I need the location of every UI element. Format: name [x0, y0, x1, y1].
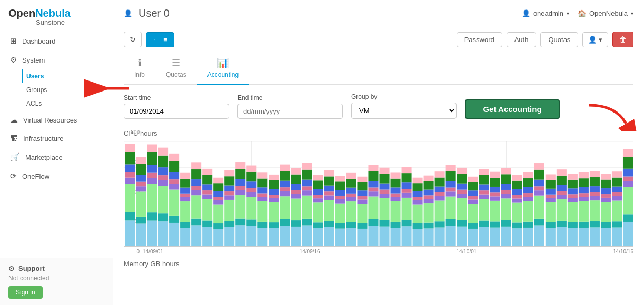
svg-rect-222	[413, 178, 423, 183]
svg-rect-166	[335, 176, 345, 182]
sidebar-item-users[interactable]: Users	[22, 69, 113, 83]
svg-rect-77	[213, 183, 223, 191]
password-button[interactable]: Password	[457, 32, 502, 47]
sidebar-item-marketplace[interactable]: 🛒 Marketplace	[0, 148, 113, 167]
svg-rect-182	[357, 177, 367, 182]
back-button[interactable]: ← ≡	[146, 32, 174, 47]
topbar-cloud[interactable]: 🏠 OpenNebula ▾	[578, 9, 633, 17]
sidebar-item-oneflow[interactable]: ⟳ OneFlow	[0, 167, 113, 186]
svg-rect-321	[557, 199, 567, 221]
svg-rect-160	[335, 223, 345, 229]
svg-rect-118	[269, 175, 279, 180]
get-accounting-button[interactable]: Get Accounting	[465, 99, 560, 119]
group-by-select[interactable]: VM User Group	[351, 103, 457, 119]
sidebar-item-dashboard[interactable]: ⊞ Dashboard	[0, 32, 113, 50]
oneflow-icon: ⟳	[10, 171, 17, 181]
topbar-right: 👤 oneadmin ▾ 🏠 OpenNebula ▾	[522, 9, 633, 17]
svg-rect-300	[523, 187, 533, 193]
svg-rect-221	[413, 183, 423, 191]
main-content: 👤 User 0 👤 oneadmin ▾ 🏠 OpenNebula ▾ ↻ ←…	[113, 0, 644, 305]
svg-rect-23	[147, 221, 157, 246]
sidebar-item-acls[interactable]: ACLs	[22, 97, 113, 110]
svg-rect-187	[368, 187, 378, 191]
sidebar-support: ⊙ Support Not connected Sign in	[0, 258, 113, 305]
svg-rect-359	[612, 228, 622, 246]
svg-rect-170	[346, 197, 356, 201]
svg-rect-66	[202, 194, 212, 199]
svg-rect-13	[125, 152, 135, 164]
svg-rect-11	[125, 172, 135, 178]
sidebar-item-system[interactable]: ⚙ System	[0, 50, 113, 69]
svg-rect-238	[435, 171, 445, 177]
svg-rect-227	[424, 195, 434, 199]
svg-rect-186	[368, 191, 378, 196]
svg-rect-89	[235, 195, 245, 219]
svg-rect-304	[534, 219, 544, 226]
svg-rect-332	[568, 188, 578, 194]
svg-rect-193	[379, 198, 389, 220]
svg-rect-149	[313, 180, 323, 189]
content-area: ℹ Info ☰ Quotas 📊 Accounting Start time …	[113, 52, 644, 305]
svg-rect-348	[590, 186, 600, 192]
svg-rect-347	[590, 192, 600, 196]
tab-info[interactable]: ℹ Info	[124, 52, 155, 85]
svg-rect-181	[357, 182, 367, 190]
svg-rect-330	[568, 198, 578, 202]
svg-rect-184	[368, 219, 378, 226]
system-icon: ⚙	[10, 55, 17, 65]
svg-rect-65	[202, 199, 212, 220]
svg-rect-183	[368, 226, 378, 246]
toolbar: ↻ ← ≡ Password Auth Quotas 👤 ▾ 🗑	[113, 27, 644, 52]
virtual-resources-icon: ☁	[10, 115, 18, 125]
svg-rect-123	[280, 187, 290, 191]
start-time-input[interactable]	[124, 104, 229, 119]
svg-rect-156	[324, 186, 334, 192]
svg-rect-290	[512, 198, 522, 202]
sign-in-button[interactable]: Sign in	[8, 286, 43, 299]
svg-rect-82	[224, 195, 234, 200]
svg-rect-326	[557, 169, 567, 176]
tab-accounting[interactable]: 📊 Accounting	[197, 52, 249, 85]
topbar-user[interactable]: 👤 oneadmin ▾	[522, 9, 569, 17]
svg-rect-151	[324, 227, 334, 246]
delete-button[interactable]: 🗑	[612, 32, 633, 47]
svg-rect-131	[291, 190, 301, 194]
svg-rect-219	[413, 197, 423, 200]
svg-rect-214	[402, 167, 412, 173]
svg-rect-93	[235, 169, 245, 179]
refresh-button[interactable]: ↻	[124, 32, 142, 47]
svg-rect-239	[446, 226, 456, 246]
svg-rect-295	[523, 228, 533, 246]
svg-rect-250	[457, 194, 467, 198]
user-dropdown-button[interactable]: 👤 ▾	[582, 32, 608, 47]
svg-rect-258	[468, 199, 478, 204]
svg-rect-311	[546, 228, 556, 246]
svg-rect-262	[468, 177, 478, 182]
svg-rect-267	[479, 190, 489, 194]
sidebar-item-infrastructure[interactable]: 🏗 Infrastructure	[0, 129, 113, 148]
svg-rect-200	[391, 222, 401, 228]
svg-rect-191	[379, 227, 389, 246]
svg-rect-7	[125, 220, 135, 246]
svg-rect-143	[313, 228, 323, 246]
svg-rect-245	[446, 171, 456, 181]
auth-button[interactable]: Auth	[507, 32, 537, 47]
sidebar-item-groups[interactable]: Groups	[22, 83, 113, 97]
svg-rect-59	[191, 186, 201, 190]
svg-rect-243	[446, 188, 456, 192]
svg-rect-352	[601, 222, 611, 228]
svg-rect-154	[324, 195, 334, 200]
sidebar-item-virtual-resources[interactable]: ☁ Virtual Resources	[0, 110, 113, 129]
svg-rect-54	[180, 173, 190, 179]
end-time-input[interactable]	[237, 104, 343, 119]
quotas-button[interactable]: Quotas	[540, 32, 578, 47]
svg-rect-249	[457, 198, 467, 220]
tab-quotas[interactable]: ☰ Quotas	[155, 52, 197, 85]
group-by-label: Group by	[351, 93, 457, 100]
svg-rect-134	[291, 168, 301, 175]
svg-rect-297	[523, 201, 533, 221]
svg-rect-199	[391, 228, 401, 246]
svg-rect-283	[501, 190, 511, 194]
svg-rect-101	[246, 172, 256, 181]
svg-rect-252	[457, 184, 467, 190]
